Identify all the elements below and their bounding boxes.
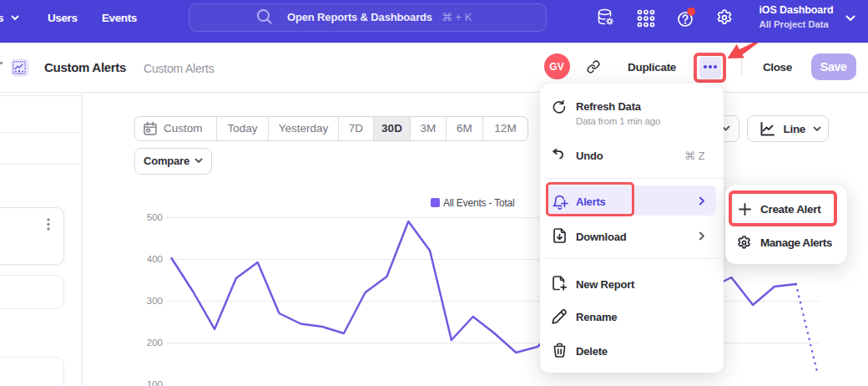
svg-text:300: 300 (147, 296, 163, 306)
svg-text:400: 400 (147, 254, 163, 264)
svg-text:100: 100 (147, 379, 163, 386)
svg-text:All Events - Total: All Events - Total (443, 197, 515, 209)
svg-text:500: 500 (147, 212, 163, 222)
svg-text:200: 200 (147, 338, 163, 348)
